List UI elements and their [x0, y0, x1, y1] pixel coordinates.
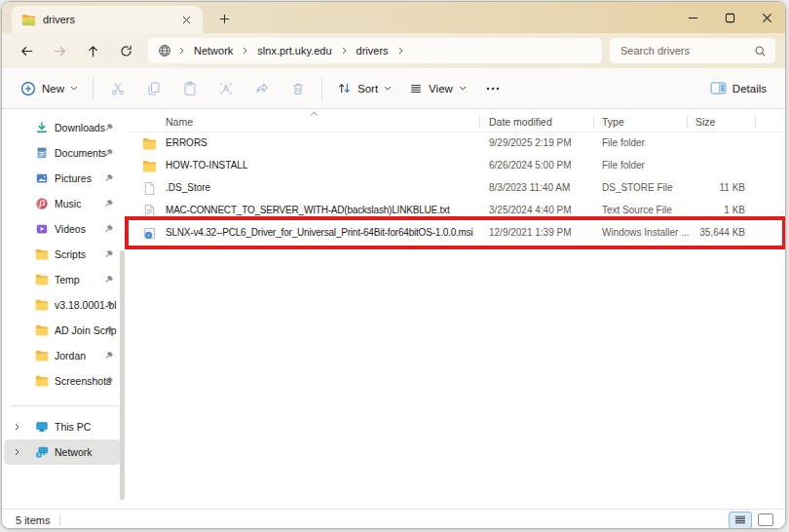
copy-button[interactable] [135, 74, 171, 103]
sidebar-item-downloads[interactable]: Downloads [4, 115, 121, 140]
chevron-down-icon [384, 86, 392, 91]
sidebar-divider [10, 405, 119, 406]
file-type: File folder [602, 137, 645, 148]
sidebar-item-videos[interactable]: Videos [4, 216, 121, 242]
minimize-button[interactable] [674, 2, 711, 33]
column-header-type[interactable]: Type [602, 116, 624, 128]
back-button[interactable] [10, 37, 43, 64]
view-button-label: View [429, 83, 453, 95]
file-row-mac-connect-txt[interactable]: MAC-CONNECT_TO_SERVER_WITH-AD(backslash)… [127, 200, 785, 222]
file-row-errors[interactable]: ERRORS 9/29/2025 2:19 PM File folder [127, 133, 785, 155]
forward-button[interactable] [43, 37, 76, 64]
refresh-button[interactable] [109, 37, 142, 64]
breadcrumb-server[interactable]: slnx.prt.uky.edu [255, 43, 333, 58]
file-row-slnx-msi[interactable]: SLNX-v4.32--PCL6_Driver_for_Universal_Pr… [127, 222, 785, 245]
sidebar-item-network[interactable]: Network [4, 439, 121, 465]
status-divider [59, 513, 60, 526]
tab-close-icon[interactable] [178, 12, 195, 28]
chevron-right-icon[interactable] [15, 448, 19, 456]
file-row-how-to-install[interactable]: HOW-TO-INSTALL 6/26/2024 5:00 PM File fo… [127, 155, 785, 177]
new-tab-button[interactable] [211, 6, 237, 31]
delete-button[interactable] [280, 74, 316, 103]
details-pane-button[interactable]: Details [701, 74, 775, 103]
column-divider[interactable] [687, 115, 688, 129]
folder-icon [35, 273, 49, 286]
main-content: Downloads Documents Pictures [2, 109, 785, 509]
sidebar-item-music[interactable]: Music [4, 191, 121, 216]
rename-button[interactable] [207, 74, 244, 103]
sidebar-item-label: Videos [55, 223, 86, 235]
this-pc-icon [35, 420, 49, 434]
sidebar-item-label: Temp [55, 274, 80, 285]
close-button[interactable] [748, 2, 785, 33]
share-button[interactable] [244, 74, 280, 103]
search-icon [754, 45, 767, 57]
file-size: 35,644 KB [653, 227, 745, 238]
sort-arrows-icon [337, 81, 352, 95]
sidebar-item-temp[interactable]: Temp [4, 267, 121, 292]
column-divider[interactable] [593, 115, 594, 129]
pin-icon [104, 351, 114, 361]
file-date: 8/3/2023 11:40 AM [489, 182, 570, 193]
file-name: .DS_Store [166, 182, 210, 193]
more-options-button[interactable] [475, 74, 511, 103]
large-icons-view-toggle[interactable] [758, 513, 773, 526]
sidebar-item-v3180001[interactable]: v3.18.0001-bl [4, 292, 121, 318]
file-row-ds-store[interactable]: .DS_Store 8/3/2023 11:40 AM DS_STORE Fil… [127, 177, 785, 200]
pictures-icon [35, 171, 49, 185]
pin-icon [104, 275, 114, 285]
sidebar-item-this-pc[interactable]: This PC [4, 414, 121, 439]
up-button[interactable] [76, 37, 109, 64]
paste-button[interactable] [171, 74, 207, 103]
chevron-right-icon[interactable] [15, 423, 19, 431]
sidebar-item-pictures[interactable]: Pictures [4, 166, 121, 191]
folder-icon [35, 349, 49, 362]
status-bar: 5 items [2, 509, 785, 529]
view-button[interactable]: View [400, 74, 475, 103]
view-lines-icon [409, 82, 423, 95]
file-date: 3/25/2024 4:40 PM [489, 205, 572, 215]
network-globe-icon [158, 44, 171, 57]
column-divider[interactable] [755, 115, 756, 129]
sidebar-item-documents[interactable]: Documents [4, 140, 121, 166]
pin-icon [104, 148, 114, 158]
file-type: File folder [602, 160, 645, 171]
column-header-date-modified[interactable]: Date modified [489, 116, 552, 128]
column-header-name[interactable]: Name [166, 116, 193, 128]
sort-ascending-icon [310, 111, 319, 116]
toolbar-divider [93, 78, 94, 99]
sidebar-item-ad-join-scripts[interactable]: AD Join Scrip [4, 318, 121, 343]
file-name: ERRORS [166, 137, 207, 148]
breadcrumb-network[interactable]: Network [192, 43, 235, 58]
breadcrumb[interactable]: Network slnx.prt.uky.edu drivers [148, 38, 602, 63]
blank-file-icon [142, 181, 157, 196]
tab-drivers[interactable]: drivers [12, 6, 203, 33]
file-name: SLNX-v4.32--PCL6_Driver_for_Universal_Pr… [166, 227, 473, 238]
file-date: 9/29/2025 2:19 PM [489, 137, 572, 148]
plus-circle-icon [20, 81, 36, 96]
sidebar-item-screenshots[interactable]: Screenshots [4, 368, 121, 394]
column-divider[interactable] [479, 115, 480, 129]
search-input[interactable] [619, 44, 754, 57]
details-button-label: Details [733, 83, 767, 95]
sidebar-item-jordan[interactable]: Jordan [4, 343, 121, 368]
column-header-size[interactable]: Size [695, 116, 715, 128]
sidebar-item-label: Music [55, 198, 81, 209]
sidebar-item-scripts[interactable]: Scripts [4, 242, 121, 267]
new-button[interactable]: New [12, 74, 87, 103]
folder-icon [142, 159, 157, 173]
chevron-right-icon [398, 47, 403, 55]
pin-icon [104, 249, 114, 259]
column-headers: Name Date modified Type Size [127, 111, 785, 133]
breadcrumb-drivers[interactable]: drivers [355, 43, 391, 58]
cut-button[interactable] [99, 74, 135, 103]
sort-button[interactable]: Sort [328, 74, 400, 103]
msi-file-icon [142, 226, 157, 241]
details-view-toggle[interactable] [729, 512, 752, 529]
chevron-down-icon [459, 86, 467, 91]
maximize-button[interactable] [711, 2, 748, 33]
search-box[interactable] [610, 38, 775, 63]
sidebar-scrollbar[interactable] [120, 250, 125, 500]
command-toolbar: New Sort [2, 68, 785, 109]
folder-icon [35, 374, 49, 388]
